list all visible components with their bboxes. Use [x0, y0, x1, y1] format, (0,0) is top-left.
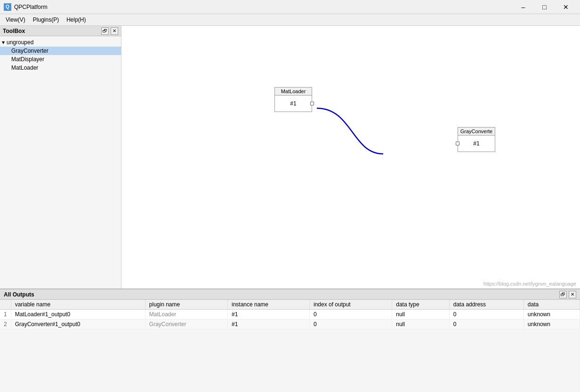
col-instance-name: instance name — [227, 300, 309, 310]
grayconverter-node-label: #1 — [473, 140, 479, 147]
col-variable-name: variable name — [11, 300, 145, 310]
row2-variable-name: GrayConverter#1_output0 — [11, 320, 145, 329]
tree-group-label: ungrouped — [7, 39, 33, 46]
row2-data-address: 0 — [449, 320, 524, 329]
outputs-table-header: variable name plugin name instance name … — [0, 300, 580, 310]
col-index-of-output: index of output — [309, 300, 392, 310]
menu-plugins[interactable]: Plugins(P) — [29, 16, 63, 24]
row1-instance-name: #1 — [227, 310, 309, 320]
row1-plugin-name: MatLoader — [145, 310, 227, 320]
toolbox-title: ToolBox — [3, 28, 25, 34]
col-num — [0, 300, 11, 310]
matloader-node-body: #1 — [275, 96, 312, 112]
col-plugin-name: plugin name — [145, 300, 227, 310]
outputs-table-scroll[interactable]: variable name plugin name instance name … — [0, 300, 580, 392]
toolbox-restore-button[interactable]: 🗗 — [101, 27, 109, 35]
bottom-panel-restore-button[interactable]: 🗗 — [559, 291, 567, 298]
row2-plugin-name: GrayConverter — [145, 320, 227, 329]
canvas-area[interactable]: MatLoader #1 GrayConverte #1 https://blo… — [121, 26, 580, 288]
row1-data-address: 0 — [449, 310, 524, 320]
menu-help[interactable]: Help(H) — [63, 16, 89, 24]
sidebar-item-grayconverter[interactable]: GrayConverter — [0, 47, 121, 55]
bottom-panel-title: All Outputs — [4, 291, 34, 298]
toolbox-panel: ToolBox 🗗 ✕ ▾ ungrouped GrayConverter Ma… — [0, 26, 121, 288]
toolbox-header-left: ToolBox — [3, 28, 25, 34]
matloader-node-title: MatLoader — [275, 88, 312, 96]
row1-data: unknown — [524, 310, 580, 320]
watermark: https://blog.csdn.net/lygnvn_ealanguage — [483, 281, 576, 287]
toolbox-tree: ▾ ungrouped GrayConverter MatDisplayer M… — [0, 36, 121, 74]
bottom-panel: All Outputs 🗗 ✕ variable name plugin nam… — [0, 288, 580, 392]
row2-instance-name: #1 — [227, 320, 309, 329]
col-data-address: data address — [449, 300, 524, 310]
matloader-output-port[interactable] — [310, 102, 314, 105]
row2-index-of-output: 0 — [309, 320, 392, 329]
row1-variable-name: MatLoader#1_output0 — [11, 310, 145, 320]
tree-expand-icon: ▾ — [2, 39, 5, 46]
sidebar-item-matloader[interactable]: MatLoader — [0, 64, 121, 72]
row2-num: 2 — [0, 320, 11, 329]
bottom-panel-close-button[interactable]: ✕ — [569, 291, 576, 298]
close-button[interactable]: ✕ — [555, 0, 576, 14]
title-bar: Q QPCPlatform – □ ✕ — [0, 0, 580, 14]
grayconverter-input-port[interactable] — [456, 142, 459, 145]
outputs-table-body: 1 MatLoader#1_output0 MatLoader #1 0 nul… — [0, 310, 580, 329]
matloader-node[interactable]: MatLoader #1 — [274, 87, 312, 112]
toolbox-close-button[interactable]: ✕ — [111, 27, 118, 35]
menu-bar: View(V) Plugins(P) Help(H) — [0, 14, 580, 26]
grayconverter-node-body: #1 — [458, 136, 495, 152]
grayconverter-node[interactable]: GrayConverte #1 — [458, 127, 495, 152]
row2-data: unknown — [524, 320, 580, 329]
toolbox-header: ToolBox 🗗 ✕ — [0, 26, 121, 36]
outputs-table: variable name plugin name instance name … — [0, 300, 580, 329]
menu-view[interactable]: View(V) — [2, 16, 29, 24]
main-area: ToolBox 🗗 ✕ ▾ ungrouped GrayConverter Ma… — [0, 26, 580, 288]
toolbox-buttons: 🗗 ✕ — [101, 27, 118, 35]
app-title: QPCPlatform — [14, 4, 48, 10]
maximize-button[interactable]: □ — [534, 0, 555, 14]
tree-group-ungrouped[interactable]: ▾ ungrouped — [0, 38, 121, 47]
app-icon: Q — [4, 3, 11, 11]
row2-data-type: null — [392, 320, 450, 329]
minimize-button[interactable]: – — [513, 0, 534, 14]
bottom-panel-header: All Outputs 🗗 ✕ — [0, 289, 580, 300]
matloader-node-label: #1 — [290, 100, 296, 107]
row1-num: 1 — [0, 310, 11, 320]
canvas-connections — [121, 26, 580, 288]
window-controls: – □ ✕ — [513, 0, 576, 14]
col-data: data — [524, 300, 580, 310]
title-bar-left: Q QPCPlatform — [4, 3, 48, 11]
bottom-panel-buttons: 🗗 ✕ — [559, 291, 576, 298]
row1-index-of-output: 0 — [309, 310, 392, 320]
row1-data-type: null — [392, 310, 450, 320]
grayconverter-node-title: GrayConverte — [458, 128, 495, 136]
sidebar-item-matdisplayer[interactable]: MatDisplayer — [0, 55, 121, 64]
col-data-type: data type — [392, 300, 450, 310]
table-row: 2 GrayConverter#1_output0 GrayConverter … — [0, 320, 580, 329]
table-row: 1 MatLoader#1_output0 MatLoader #1 0 nul… — [0, 310, 580, 320]
